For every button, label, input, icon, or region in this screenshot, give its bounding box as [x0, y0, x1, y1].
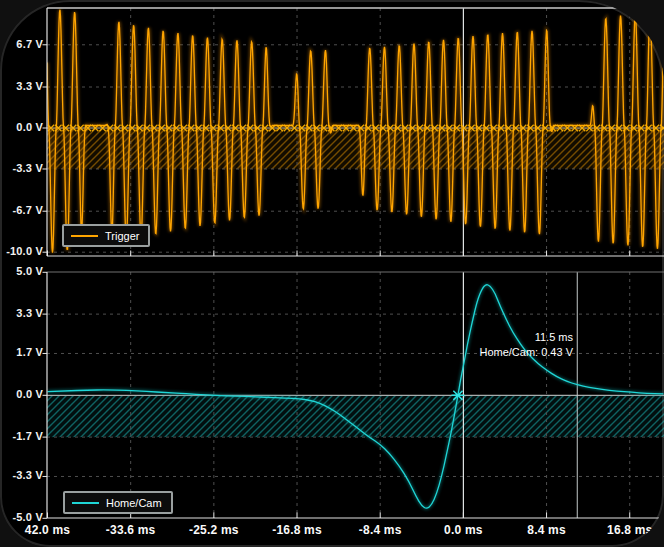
y-axis-tick-label: -10.0 V [0, 245, 43, 257]
legend-homecam-label: Home/Cam [106, 497, 162, 509]
legend-trigger[interactable]: Trigger [62, 224, 150, 247]
x-axis-tick-label: 16.8 ms [588, 523, 664, 537]
cursor-tooltip-value: Home/Cam: 0.43 V [479, 345, 573, 360]
x-axis-tick-label: -16.8 ms [255, 523, 339, 537]
y-axis-tick-label: -5.0 V [0, 511, 43, 523]
x-axis-tick-label: -8.4 ms [338, 523, 422, 537]
y-axis-tick-label: 6.7 V [0, 38, 43, 50]
cursor-tooltip: 11.5 ms Home/Cam: 0.43 V [479, 330, 573, 360]
threshold-band [47, 395, 664, 437]
y-axis-tick-label: -3.3 V [0, 162, 43, 174]
legend-trigger-label: Trigger [105, 230, 139, 242]
y-axis-tick-label: 3.3 V [0, 307, 43, 319]
y-axis-tick-label: 5.0 V [0, 265, 43, 277]
chart-trigger-plot[interactable] [43, 8, 664, 256]
chart-homecam-plot[interactable] [43, 272, 664, 518]
y-axis-tick-label: 0.0 V [0, 388, 43, 400]
y-axis-tick-label: 0.0 V [0, 121, 43, 133]
charts-canvas[interactable] [0, 0, 664, 547]
legend-homecam[interactable]: Home/Cam [63, 491, 173, 514]
y-axis-tick-label: -6.7 V [0, 204, 43, 216]
x-axis-tick-label: 0.0 ms [421, 523, 505, 537]
x-axis-tick-label: 42.0 ms [5, 523, 89, 537]
x-axis-tick-label: -33.6 ms [89, 523, 173, 537]
y-axis-tick-label: -3.3 V [0, 469, 43, 481]
oscilloscope-window: 6.7 V3.3 V0.0 V-3.3 V-6.7 V-10.0 V5.0 V3… [0, 0, 664, 547]
x-axis-tick-label: -25.2 ms [172, 523, 256, 537]
y-axis-tick-label: -1.7 V [0, 430, 43, 442]
homecam-legend-line-icon [72, 502, 99, 504]
y-axis-tick-label: 3.3 V [0, 80, 43, 92]
trigger-legend-line-icon [71, 235, 98, 237]
cursor-tooltip-time: 11.5 ms [479, 330, 573, 345]
x-axis-tick-label: 8.4 ms [505, 523, 589, 537]
y-axis-tick-label: 1.7 V [0, 346, 43, 358]
